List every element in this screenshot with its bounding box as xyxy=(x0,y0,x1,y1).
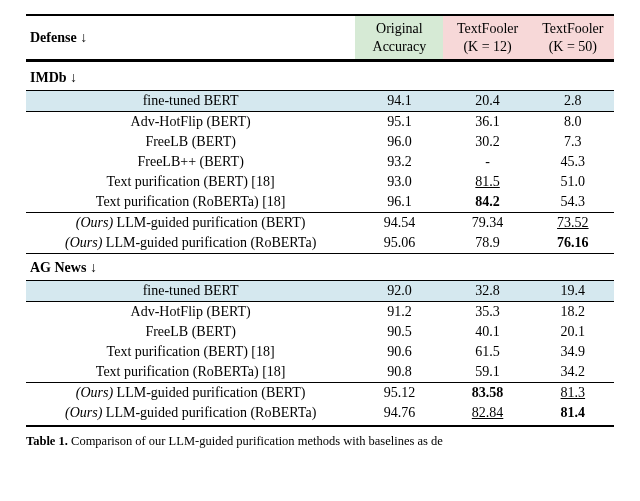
table-row: FreeLB (BERT) 96.0 30.2 7.3 xyxy=(26,132,614,152)
table-row: Text purification (BERT) [18] 93.0 81.5 … xyxy=(26,172,614,192)
caption-text: Comparison of our LLM-guided purificatio… xyxy=(68,434,443,448)
table-row: Adv-HotFlip (BERT) 95.1 36.1 8.0 xyxy=(26,112,614,132)
header-textfooler-k12: TextFooler (K = 12) xyxy=(443,16,531,60)
header-textfooler-k50: TextFooler (K = 50) xyxy=(532,16,614,60)
table-row: Text purification (RoBERTa) [18] 96.1 84… xyxy=(26,192,614,213)
table-row: Adv-HotFlip (BERT) 91.2 35.3 18.2 xyxy=(26,302,614,322)
table-container: Defense ↓ Original Accuracy TextFooler (… xyxy=(0,0,640,449)
table-row: (Ours) LLM-guided purification (BERT) 95… xyxy=(26,383,614,403)
table-row: (Ours) LLM-guided purification (RoBERTa)… xyxy=(26,233,614,254)
section-label-imdb: IMDb ↓ xyxy=(26,64,614,91)
table-caption: Table 1. Comparison of our LLM-guided pu… xyxy=(26,433,614,449)
section-agnews: AG News ↓ xyxy=(26,254,614,281)
table-row: FreeLB++ (BERT) 93.2 - 45.3 xyxy=(26,152,614,172)
table-row: (Ours) LLM-guided purification (RoBERTa)… xyxy=(26,403,614,423)
header-original-accuracy: Original Accuracy xyxy=(355,16,443,60)
caption-lead: Table 1. xyxy=(26,434,68,448)
section-imdb: IMDb ↓ xyxy=(26,64,614,91)
table-row: fine-tuned BERT 94.1 20.4 2.8 xyxy=(26,91,614,112)
table-row: fine-tuned BERT 92.0 32.8 19.4 xyxy=(26,281,614,302)
header-row: Defense ↓ Original Accuracy TextFooler (… xyxy=(26,16,614,60)
table-row: Text purification (RoBERTa) [18] 90.8 59… xyxy=(26,362,614,383)
table-row: FreeLB (BERT) 90.5 40.1 20.1 xyxy=(26,322,614,342)
header-defense: Defense ↓ xyxy=(26,16,355,60)
results-table: Defense ↓ Original Accuracy TextFooler (… xyxy=(26,14,614,427)
section-label-agnews: AG News ↓ xyxy=(26,254,614,281)
table-row: Text purification (BERT) [18] 90.6 61.5 … xyxy=(26,342,614,362)
table-row: (Ours) LLM-guided purification (BERT) 94… xyxy=(26,213,614,233)
